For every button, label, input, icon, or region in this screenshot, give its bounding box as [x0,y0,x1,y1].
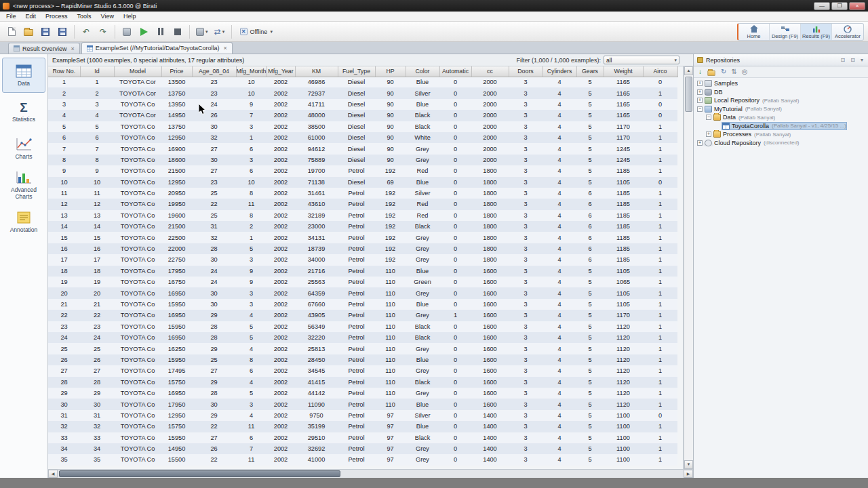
table-row[interactable]: 66TOYOTA Co12950321200261000Diesel90Whit… [48,132,677,143]
table-row[interactable]: 2121TOYOTA Co15950303200267660Petrol110B… [48,299,677,310]
perspective-home-button[interactable]: Home [738,24,770,40]
table-row[interactable]: 1818TOYOTA Co17950249200221716Petrol110B… [48,266,677,277]
table-row[interactable]: 11TOYOTA Cor135002310200246986Diesel90Bl… [48,77,677,87]
tab-exampleset[interactable]: ExampleSet (//MyTutorial/Data/ToyotaCoro… [81,42,233,54]
menu-help[interactable]: Help [119,12,141,21]
repo-item-processes[interactable]: +Processes(Pallab Sanyal) [694,130,868,139]
table-row[interactable]: 1313TOYOTA Co19600258200232189Petrol192R… [48,210,677,221]
table-row[interactable]: 2323TOYOTA Co15950285200256349Petrol110B… [48,321,677,332]
repo-item-data[interactable]: −Data(Pallab Sanyal) [694,113,868,122]
panel-detach-icon[interactable]: ⊡ [840,57,847,63]
save-as-button[interactable] [55,24,70,39]
repo-item-toyotacorolla[interactable]: ToyotaCorolla(Pallab Sanyal - v1, 4/25/1… [694,122,868,131]
collapse-toggle-icon[interactable]: − [706,115,711,120]
repo-item-local-repository[interactable]: +Local Repository(Pallab Sanyal) [694,96,868,105]
maximize-button[interactable]: ❐ [831,2,848,10]
save-button[interactable] [38,24,53,39]
table-row[interactable]: 2626TOYOTA Co15950258200228450Petrol110B… [48,354,677,365]
column-header[interactable]: Cylinders [542,66,576,77]
scroll-left-icon[interactable]: ◀ [48,470,58,478]
vertical-scroll-track[interactable] [684,75,693,460]
menu-view[interactable]: View [96,12,119,21]
perspective-design-button[interactable]: Design (F9) [770,24,801,40]
table-row[interactable]: 44TOYOTA Cor14950267200248000Diesel90Bla… [48,110,677,121]
minimize-button[interactable]: — [814,2,830,10]
run-background-button[interactable] [119,24,134,39]
column-header[interactable]: Gears [576,66,604,77]
column-header[interactable]: Fuel_Type [338,66,375,77]
expand-toggle-icon[interactable]: + [706,131,711,137]
panel-menu-icon[interactable]: ▾ [859,57,865,63]
scroll-right-icon[interactable]: ▶ [684,470,693,478]
column-header[interactable]: HP [375,66,406,77]
column-header[interactable]: Doors [509,66,542,77]
table-row[interactable]: 2828TOYOTA Co15750294200241415Petrol110B… [48,377,677,388]
table-row[interactable]: 1919TOYOTA Co16750249200225563Petrol110G… [48,277,677,287]
sidebar-item-statistics[interactable]: Σ Statistics [2,94,45,129]
import-data-icon[interactable]: ↓ [698,68,702,75]
refresh-icon[interactable]: ↻ [721,68,726,75]
panel-minimize-icon[interactable]: ⊟ [849,57,856,63]
column-header[interactable]: Model [114,66,161,77]
repo-item-cloud-repository[interactable]: +Cloud Repository(disconnected) [694,139,868,148]
column-header[interactable]: Mfg_Year [267,66,295,77]
locate-entry-icon[interactable]: ◎ [742,68,748,75]
repo-item-mytutorial[interactable]: −MyTutorial(Pallab Sanyal) [694,105,868,114]
sidebar-item-charts[interactable]: Charts [2,131,45,166]
column-header[interactable]: Color [406,66,439,77]
column-header[interactable]: Row No. [48,66,80,77]
column-header[interactable]: Price [161,66,192,77]
menu-process[interactable]: Process [41,12,73,21]
table-row[interactable]: 2424TOYOTA Co16950285200232220Petrol110B… [48,332,677,343]
menu-file[interactable]: File [1,12,21,21]
perspective-results-button[interactable]: Results (F9) [801,24,832,40]
expand-toggle-icon[interactable]: + [697,81,703,86]
table-row[interactable]: 3030TOYOTA Co17950303200211090Petrol110B… [48,399,677,409]
table-row[interactable]: 1616TOYOTA Co22000285200218739Petrol192G… [48,243,677,254]
close-tab-icon[interactable]: × [71,45,75,52]
scroll-down-icon[interactable]: ▼ [684,460,693,469]
table-row[interactable]: 3232TOYOTA Co157502211200235199Petrol97B… [48,421,677,432]
stop-button[interactable] [170,24,185,39]
menu-tools[interactable]: Tools [73,12,96,21]
table-row[interactable]: 3333TOYOTA Co15950276200229510Petrol97Bl… [48,432,677,443]
validate-process-button[interactable]: ▾ [194,24,210,39]
table-row[interactable]: 88TOYOTA Co18600303200275889Diesel90Grey… [48,155,677,165]
collapse-toggle-icon[interactable]: − [697,106,703,112]
column-header[interactable]: Airco [643,66,677,77]
horizontal-scroll-track[interactable] [58,470,684,478]
sort-icon[interactable]: ⇅ [731,68,736,75]
close-button[interactable]: × [849,2,865,10]
table-row[interactable]: 33TOYOTA Co13950249200241711Diesel90Blue… [48,99,677,110]
tab-result-overview[interactable]: Result Overview × [8,43,80,54]
scroll-up-icon[interactable]: ▲ [684,66,693,75]
connection-status-button[interactable]: ✕ Offline ▾ [236,26,277,37]
table-row[interactable]: 22TOYOTA Cor137502310200272937Diesel90Si… [48,87,677,98]
horizontal-scroll-thumb[interactable] [59,470,340,477]
new-folder-icon[interactable] [707,70,715,76]
expand-toggle-icon[interactable]: + [697,140,703,146]
auto-wire-button[interactable]: ⇄ ▾ [212,24,227,39]
menu-edit[interactable]: Edit [21,12,41,21]
column-header[interactable]: Weight [604,66,643,77]
table-row[interactable]: 2727TOYOTA Co17495276200234545Petrol110G… [48,365,677,376]
table-row[interactable]: 1515TOYOTA Co22500321200234131Petrol192G… [48,232,677,243]
table-row[interactable]: 3535TOYOTA Co155002211200241000Petrol97G… [48,454,677,465]
column-header[interactable]: KM [295,66,338,77]
table-row[interactable]: 2020TOYOTA Co16950303200264359Petrol110G… [48,287,677,298]
vertical-scroll-thumb[interactable] [685,77,692,112]
sidebar-item-data[interactable]: Data [2,58,45,93]
column-header[interactable]: cc [471,66,509,77]
column-header[interactable]: Automatic [439,66,471,77]
table-row[interactable]: 3434TOYOTA Co14950267200232692Petrol97Gr… [48,443,677,454]
close-tab-icon[interactable]: × [224,45,227,52]
table-row[interactable]: 2525TOYOTA Co16250294200225813Petrol110G… [48,343,677,354]
table-row[interactable]: 2222TOYOTA Co16950294200243905Petrol110G… [48,310,677,321]
table-row[interactable]: 3131TOYOTA Co1295029420029750Petrol97Sil… [48,410,677,421]
expand-toggle-icon[interactable]: + [697,98,703,103]
expand-toggle-icon[interactable]: + [697,89,703,95]
repo-item-samples[interactable]: +Samples [694,79,868,88]
pause-button[interactable] [153,24,168,39]
new-process-button[interactable] [4,24,19,39]
table-row[interactable]: 1212TOYOTA Co199502211200243610Petrol192… [48,199,677,209]
